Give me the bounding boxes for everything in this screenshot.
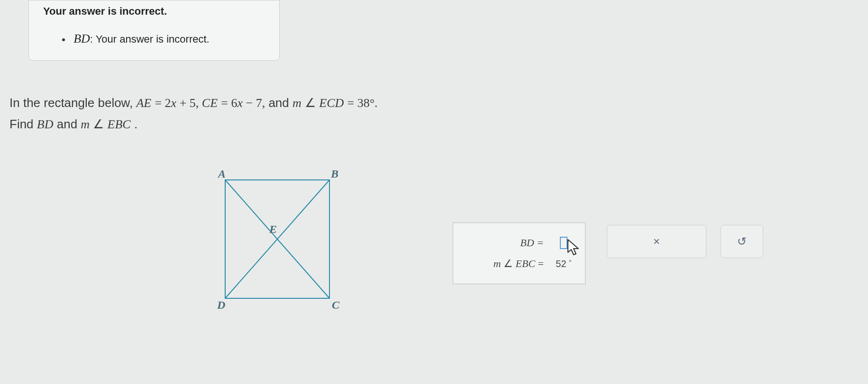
var-ce: CE xyxy=(202,96,218,110)
ebc-label: m ∠ EBC = xyxy=(493,258,544,270)
eq2: = 6x − 7, xyxy=(221,96,265,110)
bullet-icon xyxy=(62,38,65,41)
feedback-item: BD: Your answer is incorrect. xyxy=(62,32,265,46)
label-d: D xyxy=(217,299,225,311)
feedback-msg: Your answer is incorrect. xyxy=(96,33,210,45)
text: . xyxy=(134,117,137,131)
close-icon: × xyxy=(653,235,660,248)
eq1: = 2x + 5, xyxy=(155,96,201,110)
text: In the rectangle below, xyxy=(9,96,136,110)
angle-icon: ∠ xyxy=(503,258,513,269)
label-a: A xyxy=(217,168,226,180)
var-m: m xyxy=(81,117,90,131)
label-b: B xyxy=(330,168,338,180)
feedback-sep: : xyxy=(90,33,96,45)
text: and xyxy=(57,117,81,131)
text: Find xyxy=(9,117,37,131)
var-ae: AE xyxy=(136,96,151,110)
angle-icon: ∠ xyxy=(305,96,316,110)
feedback-var: BD xyxy=(73,32,90,45)
var-bd: BD xyxy=(37,117,54,131)
cursor-icon xyxy=(566,238,585,257)
answer-row-ebc: m ∠ EBC = 52 ° xyxy=(460,253,578,274)
rectangle-diagram: A B C D E xyxy=(209,166,346,313)
text: BD = xyxy=(520,237,544,249)
var-m: m xyxy=(292,96,302,110)
angle-icon: ∠ xyxy=(93,117,104,131)
eq3: = 38°. xyxy=(347,96,377,110)
degree-unit: ° xyxy=(569,259,572,266)
redo-button[interactable]: ↻ xyxy=(721,225,763,258)
ebc-input[interactable]: 52 ° xyxy=(549,259,578,269)
problem-statement: In the rectangle below, AE = 2x + 5, CE … xyxy=(9,92,378,135)
clear-button[interactable]: × xyxy=(607,225,706,258)
var-ebc: EBC xyxy=(108,117,131,131)
text: = xyxy=(538,258,544,269)
text: m xyxy=(493,258,501,269)
feedback-title: Your answer is incorrect. xyxy=(43,5,265,18)
action-buttons: × ↻ xyxy=(607,225,763,258)
bd-label: BD = xyxy=(520,237,544,249)
redo-icon: ↻ xyxy=(737,235,747,248)
label-c: C xyxy=(332,299,340,311)
answer-row-bd: BD = xyxy=(460,232,578,253)
label-e: E xyxy=(269,223,277,235)
text: and xyxy=(268,96,292,110)
problem-line-2: Find BD and m ∠ EBC . xyxy=(9,114,378,135)
text: EBC xyxy=(516,258,536,269)
ebc-value: 52 xyxy=(556,259,566,269)
feedback-box: Your answer is incorrect. BD: Your answe… xyxy=(28,0,280,61)
var-ecd: ECD xyxy=(319,96,344,110)
problem-line-1: In the rectangle below, AE = 2x + 5, CE … xyxy=(9,92,378,114)
